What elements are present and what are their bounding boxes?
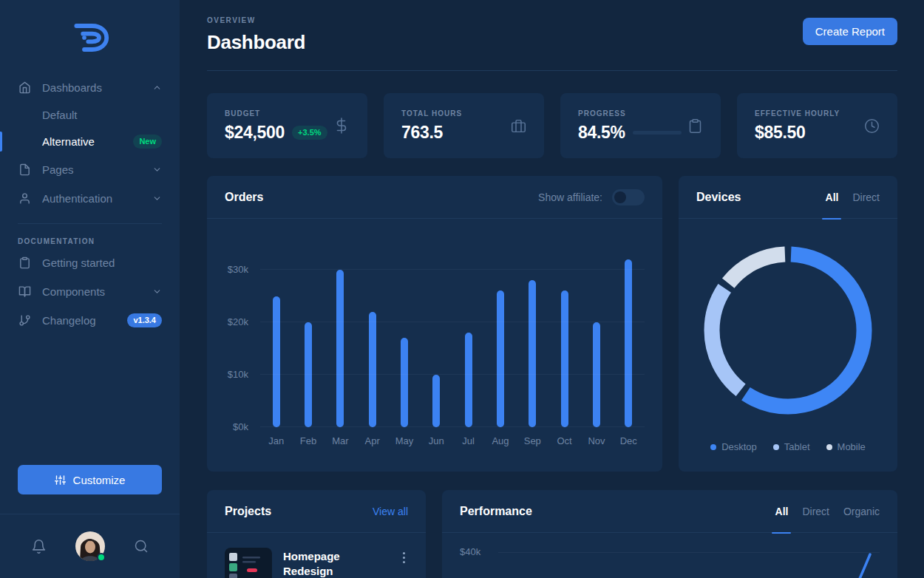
sidebar-item-label: Alternative: [42, 135, 95, 148]
sidebar-item-label: Dashboards: [42, 81, 102, 94]
sidebar-item-dashboards[interactable]: Dashboards: [0, 73, 180, 102]
legend-item[interactable]: Tablet: [773, 441, 810, 452]
devices-donut[interactable]: [702, 245, 874, 416]
devices-card-title: Devices: [696, 191, 741, 204]
tab-all[interactable]: All: [826, 176, 839, 219]
y-tick-label: $30k: [214, 264, 248, 275]
x-tick-label: Jul: [452, 435, 484, 446]
legend-label: Mobile: [838, 441, 866, 452]
customize-label: Customize: [73, 474, 126, 486]
legend-item[interactable]: Mobile: [826, 441, 866, 452]
y-tick-label: $40k: [460, 546, 480, 557]
devices-card: Devices All Direct DesktopTabletMobile: [679, 176, 897, 472]
customize-button[interactable]: Customize: [18, 465, 162, 494]
chevron-down-icon: [152, 287, 162, 296]
show-affiliate-toggle[interactable]: [612, 189, 645, 205]
stat-card-progress: PROGRESS 84.5%: [560, 93, 721, 158]
stat-label: BUDGET: [225, 109, 327, 118]
stats-row: BUDGET $24,500 +3.5% TOTAL HOURS 763.5: [207, 93, 897, 158]
legend-item[interactable]: Desktop: [710, 441, 757, 452]
kebab-menu-icon[interactable]: [400, 548, 408, 568]
page-header: OVERVIEW Dashboard Create Report: [207, 0, 897, 71]
dashkit-logo-icon: [67, 20, 113, 55]
orders-chart: $0k$10k$20k$30k JanFebMarAprMayJunJulAug…: [207, 219, 662, 472]
list-item[interactable]: Homepage Redesign: [207, 533, 426, 578]
tab-all[interactable]: All: [775, 490, 789, 533]
devices-donut-wrap: [679, 219, 897, 441]
sidebar-item-label: Default: [42, 109, 78, 121]
bar[interactable]: [401, 338, 408, 427]
projects-card-title: Projects: [225, 505, 271, 518]
sidebar-nav: Dashboards Default Alternative New Pages: [0, 67, 180, 335]
stat-label: PROGRESS: [578, 109, 682, 118]
sliders-icon: [55, 475, 66, 486]
performance-chart: $40k: [460, 533, 880, 578]
sidebar-item-getting-started[interactable]: Getting started: [0, 248, 180, 277]
bar[interactable]: [465, 333, 472, 427]
clock-icon: [864, 118, 880, 134]
y-tick-label: $10k: [214, 369, 248, 380]
show-affiliate-label: Show affiliate:: [538, 191, 602, 203]
y-tick-label: $0k: [214, 421, 248, 432]
sidebar-item-label: Authentication: [42, 192, 112, 205]
legend-dot-icon: [773, 444, 779, 450]
tab-organic[interactable]: Organic: [843, 490, 880, 533]
bar[interactable]: [497, 290, 504, 427]
sidebar-item-authentication[interactable]: Authentication: [0, 184, 180, 213]
sidebar-item-components[interactable]: Components: [0, 277, 180, 306]
x-tick-label: May: [388, 435, 420, 446]
clipboard-icon: [18, 256, 32, 270]
sidebar-divider: [18, 223, 162, 224]
gridline: [498, 552, 880, 553]
orders-bar-plot: $0k$10k$20k$30k: [260, 241, 645, 427]
gridline: [260, 426, 645, 427]
bar[interactable]: [625, 259, 632, 427]
app-logo[interactable]: [0, 0, 180, 67]
project-thumbnail: [225, 548, 272, 578]
overview-eyebrow: OVERVIEW: [207, 16, 305, 24]
sidebar-item-default[interactable]: Default: [0, 102, 180, 128]
devices-legend: DesktopTabletMobile: [679, 441, 897, 472]
performance-card-title: Performance: [460, 505, 532, 518]
tab-direct[interactable]: Direct: [852, 176, 880, 219]
main-content: OVERVIEW Dashboard Create Report BUDGET …: [180, 0, 924, 578]
performance-line: [849, 553, 875, 578]
bar[interactable]: [336, 270, 344, 427]
sidebar-item-label: Components: [42, 285, 105, 298]
view-all-link[interactable]: View all: [373, 506, 408, 517]
header-divider: [207, 70, 897, 71]
version-badge: v1.3.4: [127, 313, 162, 327]
sidebar-item-alternative[interactable]: Alternative New: [0, 128, 180, 155]
legend-dot-icon: [710, 444, 716, 450]
stat-label: EFFECTIVE HOURLY: [755, 109, 840, 118]
stat-value: 84.5%: [578, 123, 625, 143]
avatar[interactable]: [75, 531, 105, 561]
bell-icon[interactable]: [31, 539, 47, 554]
documentation-heading: DOCUMENTATION: [0, 231, 180, 248]
legend-dot-icon: [826, 444, 832, 450]
bar[interactable]: [273, 296, 280, 427]
x-tick-label: Nov: [580, 435, 612, 446]
bar[interactable]: [561, 290, 568, 427]
devices-tabs: All Direct: [826, 176, 880, 219]
orders-x-axis: JanFebMarAprMayJunJulAugSepOctNovDec: [260, 435, 645, 446]
bar[interactable]: [369, 312, 376, 427]
page-title: Dashboard: [207, 31, 305, 54]
tab-direct[interactable]: Direct: [802, 490, 829, 533]
sidebar-item-pages[interactable]: Pages: [0, 155, 180, 184]
x-tick-label: Jun: [421, 435, 452, 446]
trend-badge: +3.5%: [292, 126, 327, 140]
bar[interactable]: [432, 375, 440, 427]
stat-value: $24,500: [225, 123, 285, 143]
x-tick-label: Apr: [356, 435, 388, 446]
sidebar-footer: [0, 514, 180, 578]
bar[interactable]: [529, 280, 536, 427]
sidebar: Dashboards Default Alternative New Pages: [0, 0, 180, 578]
search-icon[interactable]: [134, 539, 149, 554]
git-branch-icon: [18, 313, 32, 327]
user-icon: [18, 191, 32, 205]
sidebar-item-changelog[interactable]: Changelog v1.3.4: [0, 306, 180, 335]
create-report-button[interactable]: Create Report: [803, 18, 897, 45]
gridline: [260, 374, 645, 375]
project-title: Homepage Redesign: [283, 548, 389, 578]
